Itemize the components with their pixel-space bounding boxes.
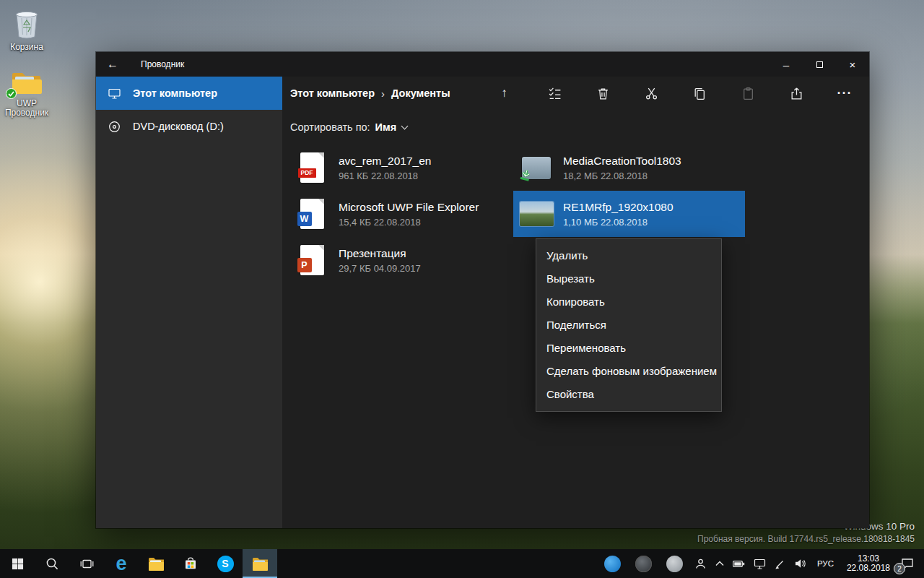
multi-select-button[interactable] [547, 86, 562, 100]
taskbar-app-store[interactable] [173, 549, 208, 578]
sidebar-item-this-pc[interactable]: Этот компьютер [96, 77, 282, 110]
chevron-down-icon [401, 122, 409, 129]
tray-app-icon-3[interactable] [666, 556, 683, 572]
notification-count-badge: 2 [894, 563, 905, 574]
network-icon [754, 558, 766, 569]
close-button[interactable]: × [836, 52, 869, 77]
trash-icon [596, 87, 610, 100]
desktop-icon-label: UWP Проводник [0, 99, 53, 118]
skype-letter: S [222, 558, 228, 569]
file-explorer-window: ← Проводник – × Этот компьютер [96, 52, 869, 528]
paste-button[interactable] [741, 86, 755, 100]
sidebar-item-label: DVD-дисковод (D:) [133, 121, 224, 132]
speaker-icon [794, 558, 806, 569]
app-file-icon [518, 157, 555, 179]
taskbar-app-uwp-explorer-active[interactable] [243, 549, 277, 578]
tray-app-icon-2[interactable] [635, 556, 652, 572]
copy-button[interactable] [692, 86, 707, 100]
uwp-explorer-icon [252, 557, 269, 571]
back-button[interactable]: ← [96, 52, 129, 77]
battery-button[interactable] [733, 560, 745, 568]
file-name: MediaCreationTool1803 [563, 155, 681, 168]
recycle-bin-icon [13, 7, 40, 40]
menu-item-cut[interactable]: Вырезать [536, 267, 721, 290]
share-icon [790, 87, 803, 100]
desktop-icon-label: Корзина [0, 43, 53, 52]
dvd-disc-icon [107, 120, 121, 134]
taskbar-apps: e S [0, 549, 277, 578]
file-item-word[interactable]: W Microsoft UWP File Explorer 15,4 КБ 22… [289, 191, 513, 237]
file-meta: 18,2 МБ 22.08.2018 [563, 171, 681, 181]
share-button[interactable] [789, 86, 803, 100]
battery-icon [733, 560, 745, 568]
start-button[interactable] [0, 549, 35, 578]
taskbar-app-file-explorer[interactable] [139, 549, 173, 578]
ellipsis-icon: ··· [837, 86, 853, 101]
menu-item-set-as-background[interactable]: Сделать фоновым изображением [536, 360, 721, 383]
breadcrumb: Этот компьютер › Документы [290, 87, 450, 100]
edge-icon: e [116, 554, 126, 574]
skype-icon: S [217, 556, 234, 572]
minimize-button[interactable]: – [770, 52, 803, 77]
command-bar: Этот компьютер › Документы ↑ [282, 77, 869, 110]
people-button[interactable] [694, 558, 707, 570]
more-button[interactable]: ··· [837, 86, 852, 100]
menu-item-share[interactable]: Поделиться [536, 314, 721, 337]
delete-button[interactable] [596, 86, 610, 100]
sort-dropdown[interactable]: Имя [375, 121, 408, 133]
file-item-media-creation-tool[interactable]: MediaCreationTool1803 18,2 МБ 22.08.2018 [513, 144, 745, 191]
file-item-image-selected[interactable]: RE1MRfp_1920x1080 1,10 МБ 22.08.2018 [513, 191, 745, 237]
file-name: avc_rem_2017_en [339, 155, 431, 168]
desktop-icon-uwp-explorer[interactable]: UWP Проводник [0, 69, 53, 118]
breadcrumb-root[interactable]: Этот компьютер [290, 87, 375, 99]
window-title: Проводник [141, 59, 184, 69]
search-icon [45, 557, 58, 570]
maximize-button[interactable] [803, 52, 836, 77]
taskbar-clock[interactable]: 13:03 22.08.2018 [847, 554, 890, 573]
sort-bar: Сортировать по: Имя [282, 110, 869, 144]
pen-button[interactable] [775, 558, 785, 569]
windows-logo-icon [12, 558, 24, 570]
breadcrumb-current[interactable]: Документы [391, 87, 450, 99]
file-name: Microsoft UWP File Explorer [339, 201, 479, 214]
word-file-icon: W [293, 199, 331, 229]
task-view-icon [80, 558, 94, 570]
action-center-button[interactable]: 2 [897, 549, 918, 578]
file-meta: 961 КБ 22.08.2018 [339, 171, 431, 181]
file-name: Презентация [339, 247, 421, 260]
task-view-button[interactable] [69, 549, 104, 578]
menu-item-rename[interactable]: Переименовать [536, 337, 721, 360]
menu-item-properties[interactable]: Свойства [536, 383, 721, 406]
desktop-icon-recycle-bin[interactable]: Корзина [0, 7, 53, 52]
microsoft-store-icon [183, 556, 198, 571]
checkmark-badge-icon [6, 88, 17, 99]
volume-button[interactable] [794, 558, 806, 569]
multi-select-icon [548, 87, 562, 100]
sidebar-item-dvd-drive[interactable]: DVD-дисковод (D:) [96, 110, 282, 143]
breadcrumb-separator-icon: › [381, 87, 385, 100]
taskbar-app-skype[interactable]: S [208, 549, 243, 578]
network-button[interactable] [754, 558, 766, 569]
taskbar-app-edge[interactable]: e [104, 549, 139, 578]
file-item-pdf[interactable]: PDF avc_rem_2017_en 961 КБ 22.08.2018 [289, 144, 513, 191]
file-item-powerpoint[interactable]: P Презентация 29,7 КБ 04.09.2017 [289, 237, 513, 283]
clock-date: 22.08.2018 [847, 564, 890, 573]
menu-item-delete[interactable]: Удалить [536, 244, 721, 267]
window-body: Этот компьютер DVD-дисковод (D:) Этот ко… [96, 77, 869, 528]
sidebar-item-label: Этот компьютер [133, 87, 217, 99]
green-download-arrow-icon [518, 168, 533, 183]
tray-overflow-button[interactable] [715, 561, 724, 566]
sort-value: Имя [375, 121, 397, 133]
powerpoint-file-icon: P [293, 245, 331, 275]
title-bar[interactable]: ← Проводник – × [96, 52, 869, 77]
sidebar: Этот компьютер DVD-дисковод (D:) [96, 77, 282, 528]
up-button[interactable]: ↑ [495, 86, 514, 100]
tray-app-icon-1[interactable] [604, 556, 621, 572]
computer-icon [107, 87, 121, 100]
pdf-badge: PDF [298, 168, 316, 178]
file-meta: 29,7 КБ 04.09.2017 [339, 263, 421, 274]
cut-button[interactable] [644, 86, 658, 100]
language-indicator[interactable]: РУС [817, 559, 834, 568]
menu-item-copy[interactable]: Копировать [536, 290, 721, 314]
search-button[interactable] [35, 549, 69, 578]
